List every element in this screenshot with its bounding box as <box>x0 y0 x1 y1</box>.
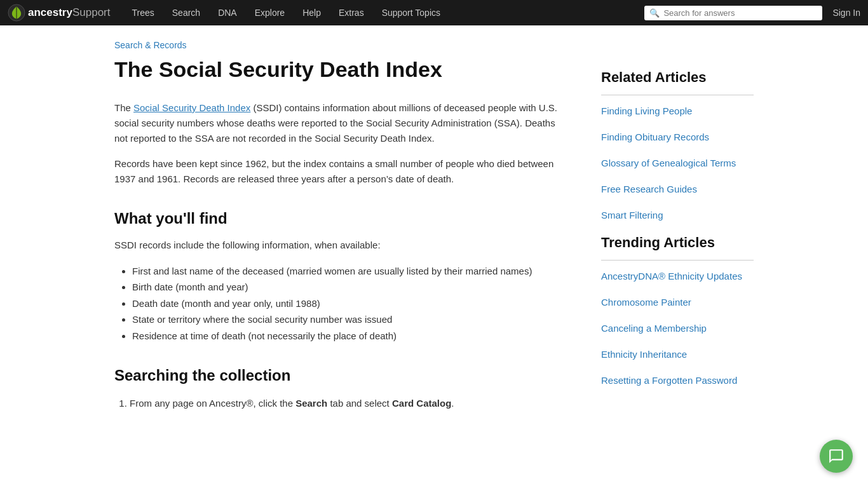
navbar: ancestrySupport Trees Search DNA Explore… <box>0 0 868 25</box>
logo-ancestry-text: ancestry <box>28 6 72 19</box>
sidebar-trending-link-4[interactable]: Resetting a Forgotten Password <box>601 374 754 387</box>
article-intro-para: The Social Security Death Index (SSDI) c… <box>114 100 563 146</box>
list-item: State or territory where the social secu… <box>132 311 563 328</box>
list-item: Death date (month and year only, until 1… <box>132 295 563 312</box>
sidebar-related-link-0[interactable]: Finding Living People <box>601 104 754 118</box>
article-section1-intro: SSDI records include the following infor… <box>114 238 563 253</box>
section2-text-mid: tab and select <box>327 398 392 409</box>
nav-search[interactable]: Search <box>163 0 209 25</box>
section2-text-before: From any page on Ancestry®, click the <box>130 398 295 409</box>
article-section1-title: What you'll find <box>114 210 563 227</box>
section2-text-end: . <box>451 398 454 409</box>
article: The Social Security Death Index The Soci… <box>114 57 563 447</box>
main-layout: The Social Security Death Index The Soci… <box>0 57 868 447</box>
trending-articles-title: Trending Articles <box>601 234 754 251</box>
breadcrumb-link[interactable]: Search & Records <box>114 40 187 50</box>
related-articles-title: Related Articles <box>601 69 754 86</box>
ssdi-link[interactable]: Social Security Death Index <box>133 102 250 113</box>
article-para2: Records have been kept since 1962, but t… <box>114 156 563 187</box>
sidebar-related-link-3[interactable]: Free Research Guides <box>601 182 754 196</box>
trending-divider <box>601 260 754 261</box>
section2-bold1: Search <box>295 398 327 409</box>
sidebar-trending-link-2[interactable]: Canceling a Membership <box>601 322 754 335</box>
article-section2-title: Searching the collection <box>114 367 563 384</box>
nav-support-topics[interactable]: Support Topics <box>373 0 449 25</box>
nav-extras[interactable]: Extras <box>330 0 373 25</box>
ancestry-logo-icon <box>8 4 25 22</box>
logo-link[interactable]: ancestrySupport <box>8 4 110 22</box>
search-input[interactable] <box>663 8 817 18</box>
sidebar-related-link-1[interactable]: Finding Obituary Records <box>601 130 754 144</box>
article-title: The Social Security Death Index <box>114 57 563 83</box>
search-box: 🔍 <box>644 6 822 20</box>
breadcrumb: Search & Records <box>0 25 868 57</box>
sidebar: Related Articles Finding Living People F… <box>601 57 754 400</box>
logo-support-text: Support <box>72 6 111 19</box>
sidebar-related-link-2[interactable]: Glossary of Genealogical Terms <box>601 156 754 170</box>
nav-dna[interactable]: DNA <box>209 0 246 25</box>
nav-links-container: Trees Search DNA Explore Help Extras Sup… <box>123 0 644 25</box>
related-divider <box>601 95 754 95</box>
signin-link[interactable]: Sign In <box>832 8 860 18</box>
nav-help[interactable]: Help <box>294 0 330 25</box>
list-item: Residence at time of death (not necessar… <box>132 328 563 344</box>
sidebar-trending-link-0[interactable]: AncestryDNA® Ethnicity Updates <box>601 269 754 283</box>
section2-bold2: Card Catalog <box>392 398 451 409</box>
article-body: The Social Security Death Index (SSDI) c… <box>114 100 563 412</box>
trending-section: Trending Articles AncestryDNA® Ethnicity… <box>601 234 754 387</box>
list-item: Birth date (month and year) <box>132 279 563 295</box>
nav-explore[interactable]: Explore <box>246 0 294 25</box>
list-item: From any page on Ancestry®, click the Se… <box>130 395 563 412</box>
sidebar-related-link-4[interactable]: Smart Filtering <box>601 208 754 222</box>
article-section2-list: From any page on Ancestry®, click the Se… <box>130 395 563 412</box>
sidebar-trending-link-1[interactable]: Chromosome Painter <box>601 295 754 309</box>
nav-trees[interactable]: Trees <box>123 0 163 25</box>
article-section1-list: First and last name of the deceased (mar… <box>132 263 563 344</box>
sidebar-trending-link-3[interactable]: Ethnicity Inheritance <box>601 348 754 361</box>
article-intro-before: The <box>114 102 133 113</box>
list-item: First and last name of the deceased (mar… <box>132 263 563 280</box>
search-icon: 🔍 <box>649 8 660 18</box>
